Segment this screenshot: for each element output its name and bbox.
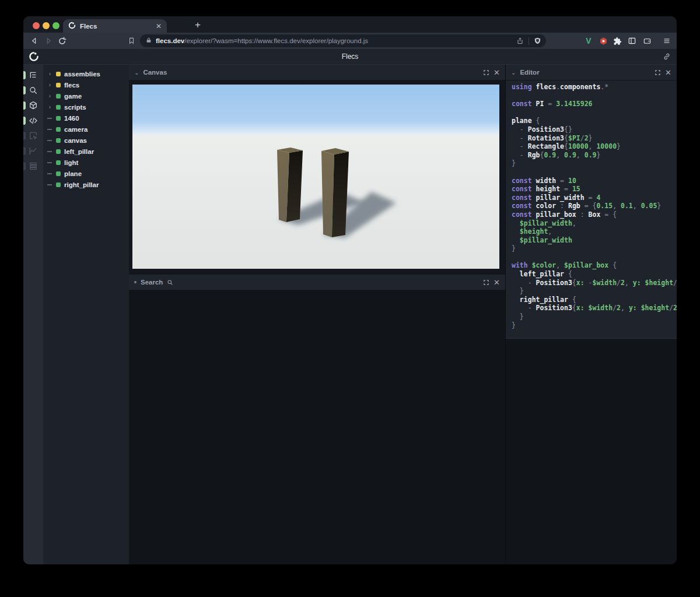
entity-color-square [56,127,61,132]
close-icon[interactable]: ✕ [665,69,671,76]
tree-item-flecs[interactable]: ›flecs [43,79,129,90]
close-icon[interactable]: ✕ [494,279,500,286]
window-minimize-button[interactable] [43,22,50,29]
fullscreen-icon[interactable] [654,69,661,76]
code-line [512,92,677,100]
wallet-icon[interactable] [642,36,652,46]
code-line: } [512,244,677,253]
extension-hexagon-icon[interactable] [598,36,608,46]
tree-item-label: game [64,93,82,100]
active-indicator [23,147,26,155]
tree-item-canvas[interactable]: canvas [43,135,129,146]
tab-favicon-flecs-logo [68,21,76,31]
share-icon[interactable] [516,37,524,45]
right-pillar [321,148,349,237]
tree-item-assemblies[interactable]: ›assemblies [43,68,129,79]
entity-color-square [56,72,61,76]
code-line: } [512,159,677,168]
tree-item-label: assemblies [64,71,100,78]
code-line: const width = 10 [512,177,677,185]
tree-item-plane[interactable]: plane [43,168,129,179]
sidebar-item-scene[interactable] [23,98,43,113]
code-line: const color : Rgb = {0.15, 0.1, 0.05} [512,202,677,210]
reload-button[interactable] [57,36,67,46]
tree-item-light[interactable]: light [43,157,129,168]
window-zoom-button[interactable] [52,22,60,29]
active-indicator [23,162,26,170]
tree-item-left_pillar[interactable]: left_pillar [43,146,129,157]
code-line: - Rotation3{$PI/2} [512,134,677,143]
leaf-dash-icon [47,140,52,141]
expand-chevron-icon[interactable]: › [47,82,52,88]
browser-tab[interactable]: Flecs ✕ [63,19,167,33]
active-indicator [23,132,26,140]
search-panel-title: Search [141,279,163,286]
tree-item-game[interactable]: ›game [43,90,129,101]
empty-content-area [129,290,505,564]
collapsed-panel-dot-icon[interactable] [134,281,136,283]
code-line: } [512,312,677,321]
code-line: } [512,321,677,330]
sky-and-ground [132,85,499,269]
code-editor[interactable]: using flecs.components.*const PI = 3.141… [506,80,677,339]
tree-item-right_pillar[interactable]: right_pillar [43,179,129,190]
tree-item-label: right_pillar [64,181,99,188]
sidebar-item-commands[interactable] [23,159,43,174]
tree-item-label: 1460 [64,115,79,122]
close-icon[interactable]: ✕ [494,69,500,76]
fullscreen-icon[interactable] [483,279,489,286]
code-line: with $color, $pillar_box { [512,261,677,270]
sidebar-item-tree-view[interactable] [23,68,43,83]
code-line: using flecs.components.* [512,83,677,92]
sidebar-toggle-icon[interactable] [626,36,637,46]
expand-chevron-icon[interactable]: › [47,71,52,77]
collapse-chevron-icon[interactable]: ⌄ [134,69,139,76]
expand-chevron-icon[interactable]: › [47,93,52,99]
code-line [512,253,677,262]
code-line: } [512,287,677,296]
search-icon [167,279,173,286]
canvas-panel-title: Canvas [143,69,167,76]
search-icon [29,86,38,95]
share-link-icon[interactable] [663,52,671,63]
code-line [512,108,677,117]
sidebar-item-script[interactable] [23,113,43,128]
tree-item-label: left_pillar [64,148,94,155]
search-panel-header: Search ✕ [129,275,505,290]
entity-color-square [56,116,61,121]
tab-close-icon[interactable]: ✕ [156,23,162,30]
code-line: const pillar_width = 4 [512,194,677,202]
tree-item-label: canvas [64,137,87,144]
new-tab-button[interactable]: + [191,19,204,31]
leaf-dash-icon [47,173,52,174]
scene-3d-viewport[interactable] [132,85,499,269]
active-indicator [23,117,26,125]
forward-button[interactable] [43,36,54,46]
brave-shield-icon[interactable] [534,37,541,45]
flecs-logo[interactable] [29,51,39,64]
leaf-dash-icon [47,118,52,119]
browser-menu-icon[interactable] [662,36,672,46]
back-button[interactable] [29,36,40,46]
expand-chevron-icon[interactable]: › [47,104,52,110]
inspector-cursor-icon [29,131,38,141]
sidebar-item-inspector[interactable] [23,128,43,143]
entity-color-square [56,182,61,187]
tree-item-camera[interactable]: camera [43,124,129,135]
extensions-puzzle-icon[interactable] [612,36,622,46]
bookmark-icon[interactable] [126,36,136,46]
sidebar-item-query-search[interactable] [23,83,43,98]
vue-devtools-icon[interactable]: V [583,36,594,46]
collapse-chevron-icon[interactable]: ⌄ [511,69,516,76]
entity-color-square [56,149,61,154]
entity-color-square [56,94,61,99]
sidebar-item-statistics[interactable] [23,143,43,159]
fullscreen-icon[interactable] [483,69,489,76]
window-close-button[interactable] [33,22,40,29]
content-column: ⌄ Canvas ✕ [129,65,506,564]
tree-item-scripts[interactable]: ›scripts [43,101,129,113]
code-line: $height, [512,227,677,236]
tree-item-label: light [64,159,78,166]
tree-item-1460[interactable]: 1460 [43,113,129,124]
address-bar[interactable]: flecs.dev/explorer/?wasm=https://www.fle… [140,34,546,47]
